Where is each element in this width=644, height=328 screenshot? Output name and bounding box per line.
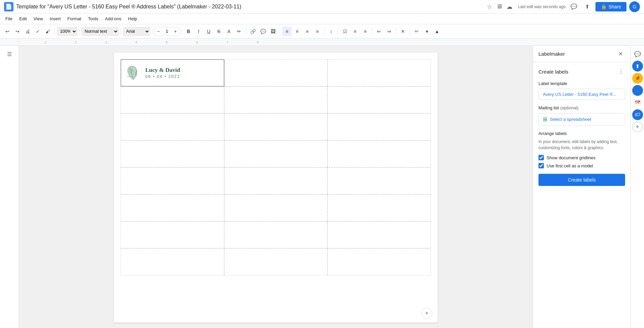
align-justify-button[interactable]: ≡	[313, 27, 322, 36]
zoom-select[interactable]: 100%75%150%	[57, 27, 77, 36]
label-cell	[327, 194, 431, 221]
present-button[interactable]: ⬆	[582, 1, 593, 12]
comment-button[interactable]: 💬	[258, 27, 268, 36]
ruler-mark: 4	[136, 40, 137, 44]
numbered-list-button[interactable]: ≡	[360, 27, 370, 36]
menu-tools[interactable]: Tools	[85, 15, 101, 23]
sidebar-outline-icon[interactable]: ☰	[4, 49, 15, 59]
mailing-list-title: Mailing list	[538, 105, 559, 110]
underline-button[interactable]: U	[204, 27, 213, 36]
line-spacing-button[interactable]: ↕	[326, 27, 336, 36]
menu-file[interactable]: File	[3, 15, 15, 23]
label-cell	[121, 113, 224, 140]
ruler-mark: 6	[196, 40, 198, 44]
labelmaker-close-button[interactable]: ✕	[616, 49, 625, 59]
comments-button[interactable]: 💬	[568, 1, 579, 12]
label-cell	[224, 221, 328, 248]
contacts-edge-icon[interactable]: 👤	[632, 85, 643, 96]
label-leaf-image	[123, 64, 143, 82]
arrange-section: Arrange labels In your document, edit la…	[538, 131, 625, 186]
use-first-cell-checkbox[interactable]	[538, 163, 544, 168]
chat-edge-icon[interactable]: 💬	[632, 49, 643, 59]
sep2	[79, 28, 80, 35]
align-right-button[interactable]: ≡	[302, 27, 312, 36]
label-cell	[327, 248, 431, 275]
menu-addons[interactable]: Add-ons	[102, 15, 124, 23]
menu-view[interactable]: View	[31, 15, 46, 23]
paint-format-button[interactable]: 🖌	[43, 27, 53, 36]
image-button[interactable]: 🖼	[268, 27, 278, 36]
label-cell	[121, 86, 224, 113]
show-gridlines-checkbox[interactable]	[538, 155, 544, 160]
strikethrough-button[interactable]: S	[214, 27, 224, 36]
spreadsheet-icon: ⊞	[543, 116, 547, 122]
spellcheck-button[interactable]: ✓	[33, 27, 42, 36]
share-button[interactable]: 🔒 Share	[595, 2, 626, 11]
label-cell	[327, 221, 431, 248]
clear-format-button[interactable]: ✕	[398, 27, 408, 36]
label-cell	[121, 221, 224, 248]
share-label: Share	[609, 4, 621, 9]
label-cell	[224, 194, 328, 221]
star-icon[interactable]: ☆	[487, 3, 492, 10]
font-size-decrease[interactable]: −	[155, 27, 162, 35]
drive-edge-icon[interactable]: ⬆	[632, 61, 643, 72]
maps-edge-icon[interactable]: 🗺	[632, 97, 643, 108]
sep7	[280, 28, 280, 35]
more-toolbar-button[interactable]: ▲	[432, 27, 442, 36]
bold-button[interactable]: B	[184, 27, 193, 36]
doc-area[interactable]: Lucy & David 06 • 04 • 2022	[19, 46, 533, 328]
select-spreadsheet-label: Select a spreadsheet	[550, 117, 591, 122]
highlight-button[interactable]: ✏	[234, 27, 244, 36]
print-button[interactable]: 🖨	[23, 27, 32, 36]
add-extension-button[interactable]: +	[632, 121, 643, 132]
undo-button[interactable]: ↩	[3, 27, 12, 36]
label-cell	[121, 194, 224, 221]
italic-button[interactable]: I	[194, 27, 203, 36]
create-labels-button[interactable]: Create labels	[538, 174, 625, 186]
menu-help[interactable]: Help	[125, 15, 140, 23]
add-page-button[interactable]: +	[421, 308, 432, 319]
menu-format[interactable]: Format	[65, 15, 84, 23]
label-template-selector[interactable]: Avery US Letter - 5160 Easy Peel ®...	[538, 89, 625, 100]
avatar[interactable]: G	[629, 1, 640, 12]
font-size-input[interactable]	[162, 29, 172, 34]
font-select[interactable]: ArialGeorgiaTimes New Roman	[123, 27, 150, 36]
labelmaker-edge-icon[interactable]: 🏷	[632, 109, 643, 120]
label-date: 06 • 04 • 2022	[145, 74, 180, 79]
label-cell	[327, 167, 431, 194]
save-to-drive-icon[interactable]: 🖥	[496, 3, 502, 10]
label-cell	[121, 167, 224, 194]
checklist-button[interactable]: ☑	[340, 27, 350, 36]
cloud-icon[interactable]: ☁	[506, 3, 513, 10]
doc-title: Template for "Avery US Letter - 5160 Eas…	[16, 4, 481, 10]
outdent-button[interactable]: ⇐	[374, 27, 384, 36]
editing-mode-button[interactable]: ✏	[412, 27, 421, 36]
menu-edit[interactable]: Edit	[17, 15, 29, 23]
sep12	[410, 28, 410, 35]
sep10	[372, 28, 372, 35]
first-cell-label: Use first cell as a model	[547, 163, 593, 168]
select-spreadsheet-button[interactable]: ⊞ Select a spreadsheet	[538, 113, 625, 126]
label-text-area: Lucy & David 06 • 04 • 2022	[143, 67, 180, 79]
redo-button[interactable]: ↪	[13, 27, 22, 36]
font-size-increase[interactable]: +	[172, 27, 179, 35]
ruler-mark: 3	[105, 40, 107, 44]
ruler-mark: 7	[227, 40, 228, 44]
label-cell	[224, 113, 328, 140]
label-cell-first[interactable]: Lucy & David 06 • 04 • 2022	[121, 59, 224, 86]
editing-chevron[interactable]: ▾	[422, 27, 432, 36]
keep-edge-icon[interactable]: 📌	[632, 73, 643, 84]
bullet-list-button[interactable]: ≡	[350, 27, 360, 36]
ruler-left-spacer	[0, 38, 19, 46]
align-center-button[interactable]: ≡	[292, 27, 302, 36]
labelmaker-header: Labelmaker ✕	[533, 46, 631, 62]
align-left-button[interactable]: ≡	[282, 27, 292, 36]
style-select[interactable]: Normal textHeading 1Heading 2	[82, 27, 119, 36]
label-cell	[121, 248, 224, 275]
text-color-button[interactable]: A	[224, 27, 234, 36]
link-button[interactable]: 🔗	[248, 27, 258, 36]
menu-insert[interactable]: Insert	[47, 15, 63, 23]
create-labels-menu-button[interactable]: ⋮	[617, 67, 625, 76]
indent-button[interactable]: ⇒	[384, 27, 394, 36]
